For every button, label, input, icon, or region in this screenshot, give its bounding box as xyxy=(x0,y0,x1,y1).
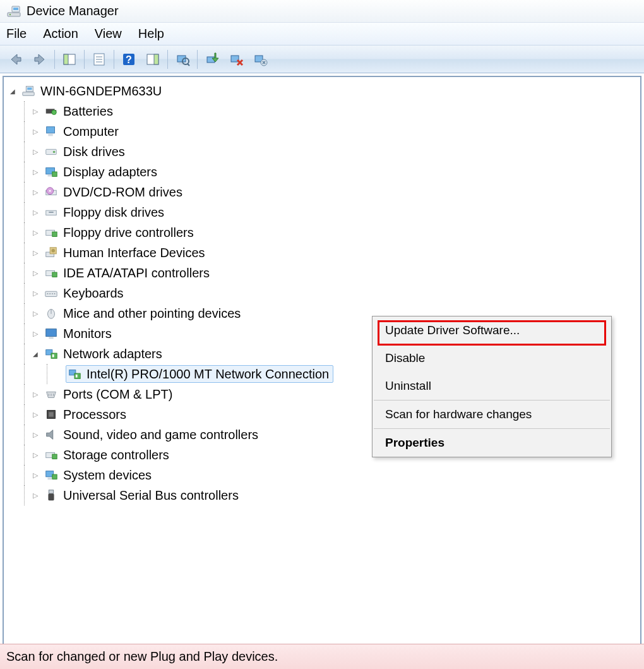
expand-icon[interactable] xyxy=(33,127,40,136)
ctx-uninstall[interactable]: Uninstall xyxy=(373,372,611,400)
nav-back-button[interactable] xyxy=(5,49,27,70)
svg-point-48 xyxy=(47,293,49,294)
svg-point-31 xyxy=(53,151,56,154)
tree-label: Sound, video and game controllers xyxy=(63,428,258,442)
menu-view[interactable]: View xyxy=(95,27,122,41)
tree-root[interactable]: WIN-6GNDEPM633U xyxy=(8,81,640,101)
nav-forward-button[interactable] xyxy=(29,49,51,70)
menu-help[interactable]: Help xyxy=(138,27,164,41)
tree-label: Network adapters xyxy=(63,347,162,361)
expand-icon[interactable] xyxy=(33,107,40,116)
toolbar-separator xyxy=(114,50,114,69)
svg-point-44 xyxy=(51,249,55,253)
expand-icon[interactable] xyxy=(33,329,40,338)
dvd-drive-icon xyxy=(43,184,59,200)
ctx-disable[interactable]: Disable xyxy=(373,344,611,372)
tree-computer[interactable]: Computer xyxy=(8,121,640,142)
expand-icon[interactable] xyxy=(10,87,18,95)
expand-icon[interactable] xyxy=(33,228,40,237)
expand-icon[interactable] xyxy=(33,349,40,358)
floppy-controller-icon xyxy=(43,224,59,241)
update-driver-button[interactable] xyxy=(201,49,223,70)
svg-rect-46 xyxy=(52,272,57,277)
tree-floppy-controllers[interactable]: Floppy drive controllers xyxy=(8,222,640,243)
tree-batteries[interactable]: Batteries xyxy=(8,101,640,121)
svg-point-50 xyxy=(52,293,53,294)
tree-label: Mice and other pointing devices xyxy=(63,306,241,321)
svg-rect-28 xyxy=(47,127,55,133)
tree-dvd-drives[interactable]: DVD/CD-ROM drives xyxy=(8,182,640,202)
svg-point-51 xyxy=(54,293,56,294)
expand-icon[interactable] xyxy=(33,491,40,500)
hid-icon xyxy=(43,244,59,261)
expand-icon[interactable] xyxy=(33,289,40,298)
toolbar-separator xyxy=(54,50,55,69)
show-console-tree-button[interactable] xyxy=(59,49,80,70)
device-tree: WIN-6GNDEPM633U Batteries Computer Disk … xyxy=(3,76,641,661)
tree-usb[interactable]: Universal Serial Bus controllers xyxy=(8,485,640,505)
battery-icon xyxy=(43,103,59,119)
expand-icon[interactable] xyxy=(33,147,40,156)
tree-display-adapters[interactable]: Display adapters xyxy=(8,162,640,182)
tree-system[interactable]: System devices xyxy=(8,465,640,485)
uninstall-device-button[interactable] xyxy=(249,49,271,70)
tree-floppy-disk[interactable]: Floppy disk drives xyxy=(8,202,640,222)
svg-rect-24 xyxy=(27,88,32,90)
expand-icon[interactable] xyxy=(33,167,40,176)
properties-button[interactable] xyxy=(88,49,110,70)
context-menu: Update Driver Software... Disable Uninst… xyxy=(372,316,612,457)
menu-action[interactable]: Action xyxy=(43,27,78,41)
expand-icon[interactable] xyxy=(33,268,40,277)
network-adapter-icon xyxy=(43,346,59,362)
svg-rect-38 xyxy=(46,210,57,215)
tree-label: Computer xyxy=(63,124,119,139)
expand-icon[interactable] xyxy=(33,430,40,439)
svg-rect-72 xyxy=(49,490,53,494)
tree-ide[interactable]: IDE ATA/ATAPI controllers xyxy=(8,263,640,283)
tree-label: System devices xyxy=(63,468,152,483)
expand-icon[interactable] xyxy=(33,471,40,479)
device-manager-icon xyxy=(6,4,21,19)
tree-hid[interactable]: Human Interface Devices xyxy=(8,243,640,263)
svg-text:?: ? xyxy=(126,54,132,65)
tree-label: Keyboards xyxy=(63,286,124,301)
action-pane-button[interactable] xyxy=(142,49,164,70)
expand-icon[interactable] xyxy=(33,450,40,459)
svg-rect-47 xyxy=(45,291,57,296)
status-bar: Scan for changed or new Plug and Play de… xyxy=(0,644,644,669)
menu-file[interactable]: File xyxy=(6,27,27,41)
disable-device-button[interactable] xyxy=(225,49,247,70)
svg-rect-29 xyxy=(48,134,52,136)
svg-rect-71 xyxy=(52,474,57,479)
expand-icon[interactable] xyxy=(33,248,40,257)
ctx-scan-hardware[interactable]: Scan for hardware changes xyxy=(373,401,611,428)
svg-rect-68 xyxy=(52,454,57,459)
tree-label: IDE ATA/ATAPI controllers xyxy=(63,266,210,280)
expand-icon[interactable] xyxy=(33,410,40,419)
help-button[interactable]: ? xyxy=(118,49,140,70)
ports-icon xyxy=(43,386,59,402)
tree-label: Batteries xyxy=(63,104,113,119)
expand-icon[interactable] xyxy=(33,188,40,196)
expand-icon[interactable] xyxy=(33,390,40,399)
tree-keyboards[interactable]: Keyboards xyxy=(8,283,640,303)
ctx-properties[interactable]: Properties xyxy=(373,429,611,457)
svg-rect-22 xyxy=(23,92,34,96)
tree-label: Disk drives xyxy=(63,145,125,159)
monitor-icon xyxy=(43,325,59,342)
svg-rect-58 xyxy=(52,354,54,358)
tree-label: DVD/CD-ROM drives xyxy=(63,185,182,200)
expand-icon[interactable] xyxy=(33,208,40,217)
svg-rect-54 xyxy=(46,329,57,337)
toolbar-separator xyxy=(197,50,198,69)
expand-icon[interactable] xyxy=(33,309,40,318)
svg-rect-34 xyxy=(52,172,57,176)
svg-rect-66 xyxy=(49,412,53,416)
computer-icon xyxy=(43,123,59,140)
scan-hardware-button[interactable] xyxy=(172,49,193,70)
menu-bar: File Action View Help xyxy=(0,23,644,45)
ctx-update-driver[interactable]: Update Driver Software... xyxy=(373,316,611,344)
svg-rect-39 xyxy=(49,212,53,213)
tree-disk-drives[interactable]: Disk drives xyxy=(8,142,640,162)
svg-point-27 xyxy=(52,110,56,114)
